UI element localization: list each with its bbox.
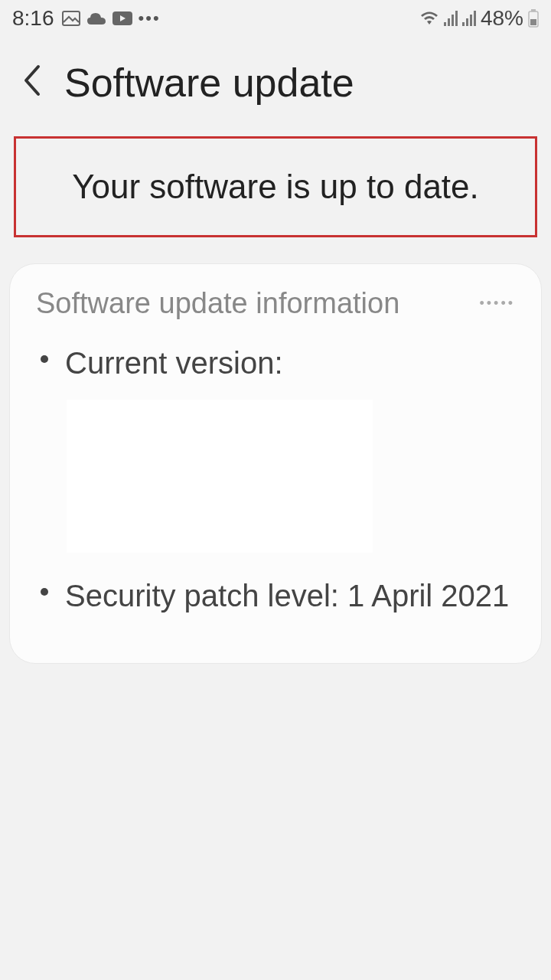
youtube-icon (112, 11, 132, 25)
wifi-icon (419, 11, 439, 26)
bullet-icon (41, 588, 48, 596)
info-list-2: Security patch level: 1 April 2021 (36, 573, 515, 619)
signal-2-icon (462, 11, 476, 26)
signal-1-icon (444, 11, 458, 26)
status-right: 48% (419, 6, 539, 31)
card-title-row: Software update information ••••• (36, 287, 515, 320)
redacted-version-value (67, 400, 373, 553)
security-patch-label: Security patch level: 1 April 2021 (65, 573, 515, 619)
list-item: Security patch level: 1 April 2021 (36, 573, 515, 619)
software-info-card: Software update information ••••• Curren… (9, 263, 542, 664)
bullet-icon (41, 355, 48, 363)
header: Software update (0, 37, 551, 136)
card-title: Software update information (36, 287, 399, 320)
gallery-icon (62, 11, 80, 26)
list-item: Current version: (36, 340, 515, 386)
notification-icons: ••• (62, 8, 161, 28)
current-version-label: Current version: (65, 340, 515, 386)
battery-percent: 48% (481, 6, 523, 31)
info-list: Current version: (36, 340, 515, 386)
status-time: 8:16 (12, 6, 54, 31)
cloud-icon (86, 11, 106, 25)
battery-icon (528, 9, 539, 28)
status-bar: 8:16 ••• 48% (0, 0, 551, 37)
status-left: 8:16 ••• (12, 6, 161, 31)
more-notifications-icon: ••• (139, 8, 161, 28)
card-more-icon: ••••• (479, 296, 515, 312)
page-title: Software update (64, 60, 354, 106)
update-status-text: Your software is up to date. (41, 168, 510, 206)
back-button[interactable] (21, 64, 41, 103)
update-status-banner: Your software is up to date. (14, 136, 537, 237)
chevron-left-icon (21, 64, 41, 97)
svg-rect-5 (530, 19, 536, 25)
